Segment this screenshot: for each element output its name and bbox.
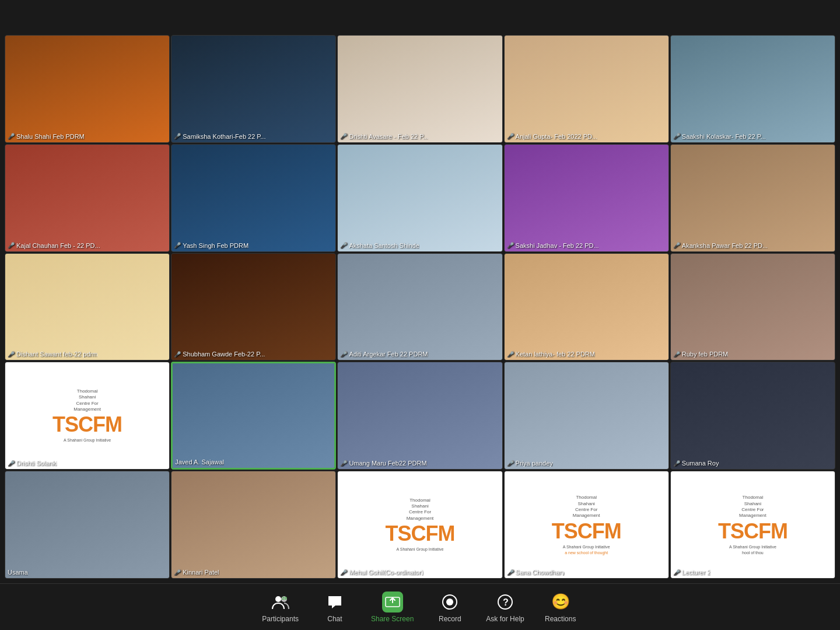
camera-feed <box>5 145 169 251</box>
camera-feed <box>505 254 668 360</box>
participant-name: 🎤 Shubham Gawde Feb-22 P... <box>174 351 265 358</box>
participant-name: 🎤 Kinnari Patel <box>174 569 219 576</box>
video-tile[interactable]: 🎤 Kinnari Patel <box>171 471 336 579</box>
participant-name: 🎤 Kajal Chauhan Feb - 22 PD... <box>8 242 100 249</box>
mic-off-icon: 🎤 <box>673 460 680 467</box>
video-tile[interactable]: 🎤 Yash Singh Feb PDRM <box>171 144 336 252</box>
participant-name: 🎤 Drishti Solanki <box>8 460 57 467</box>
participant-name: 🎤 Akanksha Pawar Feb 22 PD... <box>673 242 768 249</box>
mic-off-icon: 🎤 <box>340 133 347 139</box>
video-tile[interactable]: ThodomalShahaniCentre ForManagement TSCF… <box>504 471 669 579</box>
video-tile[interactable]: Usama <box>5 471 170 579</box>
camera-feed <box>338 36 502 142</box>
video-tile[interactable]: 🎤 Dishant Sawant feb-22 pdrm <box>5 253 170 361</box>
video-tile[interactable]: 🎤 Sakshi Jadhav - Feb 22 PD... <box>504 144 669 252</box>
svg-point-5 <box>446 598 453 606</box>
mic-off-icon: 🎤 <box>507 460 514 467</box>
svg-text:28: 28 <box>282 596 287 601</box>
participant-name: 🎤 Mehul Gohil(Co-ordinator) <box>340 569 423 576</box>
reactions-label: Reactions <box>545 615 576 623</box>
record-label: Record <box>439 615 461 623</box>
participant-name: Javed A. Sajawal <box>175 459 224 466</box>
camera-feed <box>5 36 169 142</box>
video-tile[interactable]: 🎤 Anjali Gupta- Feb 2022 PD... <box>504 35 669 143</box>
video-tile[interactable]: 🎤 Drishti Avasare - Feb 22 P... <box>337 35 502 143</box>
video-tile[interactable]: 🎤 Ruby feb PDRM <box>670 253 835 361</box>
mic-off-icon: 🎤 <box>8 133 15 139</box>
video-tile[interactable]: 🎤 Ketan lathiya- feb 22 PDRM <box>504 253 669 361</box>
mic-off-icon: 🎤 <box>8 351 15 358</box>
mic-off-icon: 🎤 <box>174 242 181 249</box>
mic-off-icon: 🎤 <box>673 133 680 139</box>
camera-feed <box>671 362 835 469</box>
participant-name: 🎤 Shalu Shahi Feb PDRM <box>8 133 85 140</box>
video-tile[interactable]: 🎤 Shubham Gawde Feb-22 P... <box>171 253 336 361</box>
video-tile[interactable]: ThodomalShahaniCentre ForManagement TSCF… <box>5 362 170 470</box>
tscfm-logo: ThodomalShahaniCentre ForManagement TSCF… <box>5 362 169 469</box>
participants-button[interactable]: 28 Participants <box>262 592 299 623</box>
video-tile[interactable]: 🎤 Samiksha Kothari-Feb 22 P... <box>171 35 336 143</box>
participant-name: 🎤 Priya pandey <box>507 460 553 467</box>
video-tile[interactable]: Javed A. Sajawal <box>171 362 336 470</box>
video-tile[interactable]: 🎤 Akanksha Pawar Feb 22 PD... <box>670 144 835 252</box>
camera-feed <box>172 36 335 142</box>
mic-off-icon: 🎤 <box>673 351 680 358</box>
camera-feed <box>671 145 835 251</box>
tscfm-logo: ThodomalShahaniCentre ForManagement TSCF… <box>505 471 668 578</box>
video-tile[interactable]: 🎤 Umang Maru Feb22 PDRM <box>337 362 502 470</box>
video-tile[interactable]: ··· 🎤 Aditi Argekar Feb 22 PDRM <box>337 253 502 361</box>
svg-text:?: ? <box>503 597 509 607</box>
mic-off-icon: 🎤 <box>673 569 680 576</box>
participant-name: 🎤 Aditi Argekar Feb 22 PDRM <box>340 351 428 358</box>
camera-feed <box>505 145 668 251</box>
participant-name: Usama <box>8 569 28 576</box>
camera-feed <box>5 471 169 578</box>
ask-for-help-icon: ? <box>495 592 516 612</box>
mic-off-icon: 🎤 <box>507 351 514 358</box>
mic-off-icon: 🎤 <box>507 242 514 249</box>
ask-for-help-label: Ask for Help <box>486 615 524 623</box>
participant-name: 🎤 Yash Singh Feb PDRM <box>174 242 249 249</box>
camera-feed <box>338 362 502 469</box>
participant-name: 🎤 Sakshi Jadhav - Feb 22 PD... <box>507 242 599 249</box>
participant-name: 🎤 Umang Maru Feb22 PDRM <box>340 460 426 467</box>
mic-off-icon: 🎤 <box>507 569 514 576</box>
mic-off-icon: 🎤 <box>507 133 514 139</box>
participant-name: 🎤 Lecturer 2 <box>673 569 711 576</box>
participant-name: 🎤 Anjali Gupta- Feb 2022 PD... <box>507 133 598 140</box>
mic-off-icon: 🎤 <box>673 242 680 249</box>
mic-off-icon: 🎤 <box>174 351 181 358</box>
mic-off-icon: 🎤 <box>340 569 347 576</box>
mic-off-icon: 🎤 <box>340 460 347 467</box>
video-tile[interactable]: 🎤 Kajal Chauhan Feb - 22 PD... <box>5 144 170 252</box>
participant-name: 🎤 Ruby feb PDRM <box>673 351 728 358</box>
camera-feed <box>505 36 668 142</box>
video-tile[interactable]: 🎤 Sumana Roy <box>670 362 835 470</box>
participant-name: 🎤 Saakshi Kolaskar- Feb 22 P... <box>673 133 766 140</box>
record-button[interactable]: Record <box>432 592 467 623</box>
participant-name: 🎤 Drishti Avasare - Feb 22 P... <box>340 133 428 140</box>
share-screen-button[interactable]: Share Screen <box>371 592 414 623</box>
video-tile[interactable]: 🎤 Akshata Santosh Shinde <box>337 144 502 252</box>
chat-button[interactable]: Chat <box>317 592 352 623</box>
mic-off-icon: 🎤 <box>8 460 15 467</box>
share-screen-icon <box>382 592 403 612</box>
camera-feed <box>671 254 835 360</box>
chat-icon <box>324 592 345 612</box>
participant-name: 🎤 Samiksha Kothari-Feb 22 P... <box>174 133 265 140</box>
participant-name: 🎤 Sumana Roy <box>673 460 719 467</box>
tscfm-logo: ThodomalShahaniCentre ForManagement TSCF… <box>338 471 502 578</box>
camera-feed <box>338 254 502 360</box>
video-tile[interactable]: ThodomalShahaniCentre ForManagement TSCF… <box>670 471 835 579</box>
video-tile[interactable]: 🎤 Saakshi Kolaskar- Feb 22 P... <box>670 35 835 143</box>
record-icon <box>439 592 460 612</box>
ask-for-help-button[interactable]: ? Ask for Help <box>486 592 524 623</box>
camera-feed <box>338 145 502 251</box>
reactions-button[interactable]: 😊 Reactions <box>543 592 578 623</box>
video-tile[interactable]: 🎤 Shalu Shahi Feb PDRM <box>5 35 170 143</box>
participant-name: 🎤 Dishant Sawant feb-22 pdrm <box>8 351 97 358</box>
svg-point-0 <box>275 596 281 602</box>
video-tile[interactable]: ThodomalShahaniCentre ForManagement TSCF… <box>337 471 502 579</box>
reactions-icon: 😊 <box>550 592 571 612</box>
video-tile[interactable]: 🎤 Priya pandey <box>504 362 669 470</box>
